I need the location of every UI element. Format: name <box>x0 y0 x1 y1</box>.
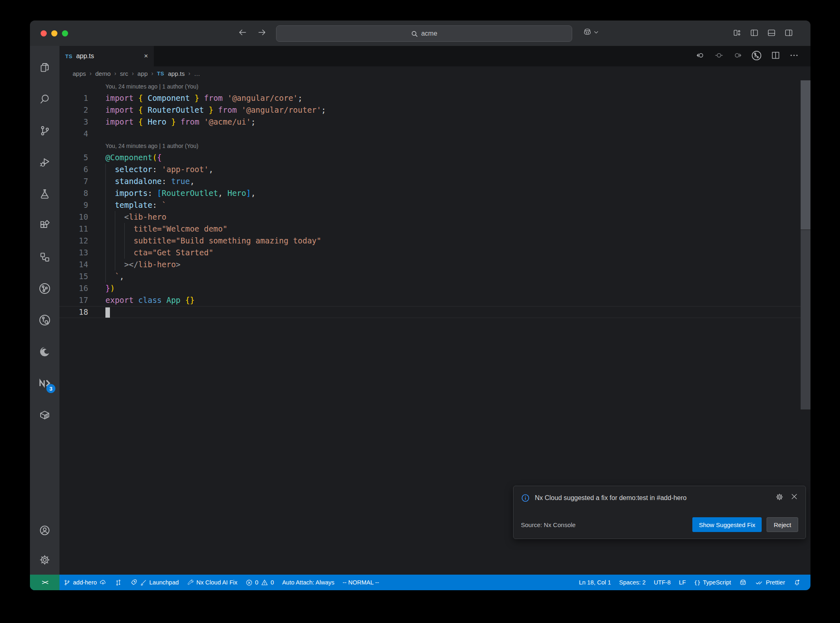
encoding-status[interactable]: UTF-8 <box>650 575 675 590</box>
error-count: 0 <box>255 579 258 586</box>
error-icon <box>246 579 253 586</box>
compare-changes-status[interactable] <box>111 575 126 590</box>
toggle-panel-icon[interactable] <box>767 28 776 39</box>
notification-toast: Nx Cloud suggested a fix for demo:test i… <box>513 486 806 539</box>
accounts-icon[interactable] <box>35 516 55 545</box>
code-line[interactable]: 3import { Hero } from '@acme/ui'; <box>59 116 810 128</box>
remote-indicator[interactable]: >< <box>30 575 59 590</box>
hierarchy-view-icon[interactable] <box>35 241 55 273</box>
code-line[interactable]: 7 standalone: true, <box>59 175 810 187</box>
code-line[interactable]: 12 subtitle="Build something amazing tod… <box>59 235 810 247</box>
eol-status[interactable]: LF <box>675 575 690 590</box>
gitlens-heatmap-icon[interactable] <box>714 50 724 62</box>
auto-attach-status[interactable]: Auto Attach: Always <box>278 575 338 590</box>
code-line[interactable]: 17export class App {} <box>59 294 810 306</box>
code-line[interactable]: 10 <lib-hero <box>59 211 810 223</box>
rocket-icon <box>130 579 137 586</box>
launchpad-status[interactable]: Launchpad <box>126 575 183 590</box>
edge-browser-icon[interactable] <box>35 336 55 367</box>
language-mode-status[interactable]: {} TypeScript <box>690 575 735 590</box>
breadcrumb-item[interactable]: src <box>120 70 128 77</box>
code-line[interactable]: 13 cta="Get Started" <box>59 247 810 259</box>
cursor-position-status[interactable]: Ln 18, Col 1 <box>575 575 615 590</box>
run-view-icon[interactable] <box>751 50 762 63</box>
tab-close-icon[interactable]: × <box>144 52 148 60</box>
vim-mode-status[interactable]: -- NORMAL -- <box>338 575 383 590</box>
zoom-window-button[interactable] <box>62 30 68 36</box>
code-line[interactable]: 16}) <box>59 282 810 294</box>
toggle-primary-sidebar-icon[interactable] <box>750 28 759 39</box>
close-window-button[interactable] <box>41 30 47 36</box>
breadcrumb-file[interactable]: app.ts <box>168 70 185 77</box>
code-line[interactable]: 5@Component({ <box>59 152 810 164</box>
gitlens-prev-change-icon[interactable] <box>696 50 705 62</box>
copilot-status[interactable] <box>735 575 751 590</box>
navigate-forward-icon[interactable] <box>257 27 267 38</box>
breadcrumb-item[interactable]: app <box>137 70 148 77</box>
line-number: 2 <box>59 104 88 116</box>
notification-settings-gear-icon[interactable] <box>775 493 784 503</box>
breadcrumb-item[interactable]: demo <box>95 70 111 77</box>
warning-count: 0 <box>271 579 274 586</box>
command-center-search[interactable]: acme <box>276 25 572 42</box>
scrollbar-decoration <box>801 230 810 409</box>
code-line[interactable]: 8 imports: [RouterOutlet, Hero], <box>59 187 810 199</box>
code-line[interactable]: 15 `, <box>59 271 810 282</box>
line-number: 7 <box>59 175 88 187</box>
gitlens-icon[interactable] <box>35 273 55 304</box>
code-line[interactable]: 11 title="Welcmoe demo" <box>59 223 810 235</box>
toggle-secondary-sidebar-icon[interactable] <box>784 28 793 39</box>
show-suggested-fix-button[interactable]: Show Suggested Fix <box>692 517 762 532</box>
code-line[interactable]: 9 template: ` <box>59 199 810 211</box>
copilot-menu[interactable] <box>583 27 599 36</box>
code-line-text <box>105 307 810 318</box>
run-debug-icon[interactable] <box>35 146 55 178</box>
code-line[interactable]: 4 <box>59 128 810 140</box>
indent-guide <box>105 211 106 223</box>
split-editor-icon[interactable] <box>771 50 781 62</box>
problems-status[interactable]: 0 0 <box>242 575 278 590</box>
notifications-bell[interactable] <box>789 575 805 590</box>
indentation-status[interactable]: Spaces: 2 <box>615 575 650 590</box>
nx-console-icon[interactable]: 3 <box>35 367 55 399</box>
containers-icon[interactable] <box>35 399 55 430</box>
code-line[interactable]: 6 selector: 'app-root', <box>59 164 810 175</box>
breadcrumb-item[interactable]: apps <box>73 70 86 77</box>
code-line[interactable]: 18 <box>59 306 810 318</box>
breadcrumb-overflow[interactable]: … <box>194 70 200 77</box>
git-graph-icon[interactable] <box>35 304 55 336</box>
tab-app-ts[interactable]: TS app.ts × <box>59 46 154 66</box>
line-number: 1 <box>59 92 88 104</box>
explorer-icon[interactable] <box>35 52 55 83</box>
settings-gear-icon[interactable] <box>35 545 55 575</box>
line-number: 4 <box>59 128 88 140</box>
encoding-label: UTF-8 <box>654 579 671 586</box>
notification-close-icon[interactable] <box>790 493 798 503</box>
customize-layout-icon[interactable] <box>733 28 742 39</box>
nx-cloud-fix-status[interactable]: Nx Cloud AI Fix <box>183 575 242 590</box>
navigate-back-icon[interactable] <box>237 27 248 38</box>
source-control-icon[interactable] <box>35 115 55 146</box>
breadcrumb-separator: › <box>132 70 134 77</box>
code-line[interactable]: 2import { RouterOutlet } from '@angular/… <box>59 104 810 116</box>
codelens-row[interactable]: You, 24 minutes ago | 1 author (You) <box>59 80 810 92</box>
info-icon <box>521 493 530 502</box>
minimize-window-button[interactable] <box>51 30 57 36</box>
testing-icon[interactable] <box>35 178 55 209</box>
extensions-icon[interactable] <box>35 209 55 241</box>
indent-guide <box>115 259 115 271</box>
reject-button[interactable]: Reject <box>767 517 798 532</box>
cloud-upload-icon <box>99 579 107 586</box>
code-line-text: <lib-hero <box>105 211 810 223</box>
scrollbar-thumb[interactable] <box>801 80 810 230</box>
search-view-icon[interactable] <box>35 83 55 115</box>
prettier-status[interactable]: Prettier <box>751 575 789 590</box>
code-line-text: ></lib-hero> <box>105 259 810 271</box>
line-number: 8 <box>59 187 88 199</box>
gitlens-next-change-icon[interactable] <box>733 50 742 62</box>
code-line[interactable]: 14 ></lib-hero> <box>59 259 810 271</box>
code-line[interactable]: 1import { Component } from '@angular/cor… <box>59 92 810 104</box>
codelens-row[interactable]: You, 24 minutes ago | 1 author (You) <box>59 140 810 152</box>
more-actions-icon[interactable] <box>789 50 799 62</box>
git-branch-status[interactable]: add-hero <box>59 575 111 590</box>
